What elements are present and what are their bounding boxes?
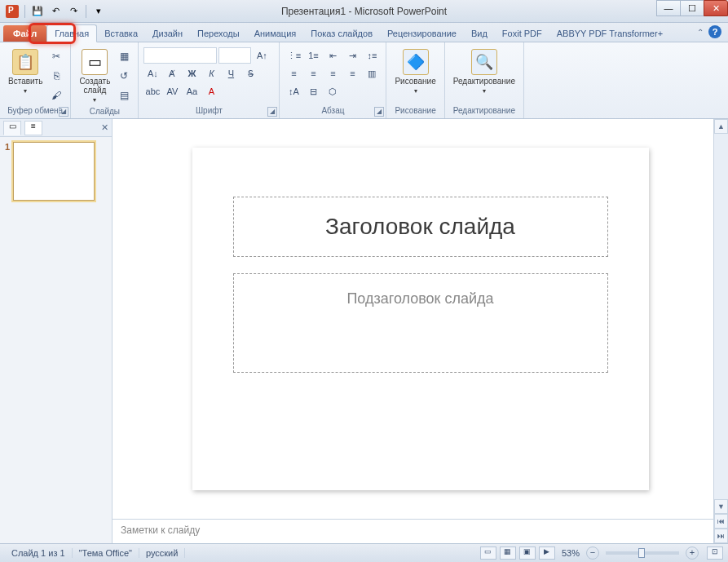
align-center-icon[interactable]: ≡ — [304, 65, 322, 82]
increase-indent-icon[interactable]: ⇥ — [343, 47, 361, 64]
view-normal-icon[interactable]: ▭ — [480, 547, 496, 560]
qat-dropdown-icon[interactable]: ▾ — [91, 4, 106, 19]
decrease-indent-icon[interactable]: ⇤ — [324, 47, 342, 64]
slide-reset-icon[interactable]: ↺ — [115, 67, 133, 85]
zoom-out-icon[interactable]: − — [586, 547, 599, 560]
paste-icon: 📋 — [12, 49, 38, 75]
view-slideshow-icon[interactable]: ▶ — [539, 547, 555, 560]
slide: Заголовок слайда Подзаголовок слайда — [192, 148, 649, 490]
help-icon[interactable]: ? — [708, 25, 721, 38]
tab-transitions[interactable]: Переходы — [190, 25, 247, 42]
tab-review[interactable]: Рецензирование — [380, 25, 464, 42]
bold-icon[interactable]: Ж — [183, 65, 201, 82]
bullets-icon[interactable]: ⋮≡ — [285, 47, 302, 64]
minimize-button[interactable]: — — [656, 0, 681, 16]
slide-layout-icon[interactable]: ▦ — [115, 47, 133, 65]
copy-icon[interactable]: ⎘ — [47, 67, 65, 85]
slide-section-icon[interactable]: ▤ — [115, 86, 133, 104]
tab-insert[interactable]: Вставка — [97, 25, 145, 42]
group-clipboard: 📋 Вставить ▾ ✂ ⎘ 🖌 Буфер обмена ◢ — [0, 42, 71, 118]
drawing-icon: 🔷 — [403, 49, 429, 75]
strikethrough-icon[interactable]: S̶ — [241, 65, 259, 82]
paragraph-dialog-launcher[interactable]: ◢ — [374, 107, 384, 117]
tab-file[interactable]: Файл — [3, 25, 46, 42]
font-color-icon[interactable]: A — [202, 83, 220, 100]
justify-icon[interactable]: ≡ — [343, 65, 361, 82]
tab-slideshow[interactable]: Показ слайдов — [303, 25, 380, 42]
align-left-icon[interactable]: ≡ — [285, 65, 302, 82]
thumbnails: 1 — [0, 137, 112, 543]
drawing-button[interactable]: 🔷 Рисование ▾ — [391, 47, 439, 96]
status-slide-number[interactable]: Слайд 1 из 1 — [5, 548, 73, 558]
shrink-font-icon[interactable]: A↓ — [143, 65, 161, 82]
group-font: A↑ A↓ A̸ Ж К Ч S̶ abc AV Aa A Шрифт ◢ — [139, 42, 280, 118]
pane-close-icon[interactable]: ✕ — [101, 122, 108, 133]
format-painter-icon[interactable]: 🖌 — [47, 86, 65, 104]
zoom-percent[interactable]: 53% — [562, 548, 580, 558]
group-paragraph: ⋮≡ 1≡ ⇤ ⇥ ↕≡ ≡ ≡ ≡ ≡ ▥ ↕A ⊟ ⬡ Абзац ◢ — [280, 42, 386, 118]
find-icon: 🔍 — [471, 49, 497, 75]
undo-icon[interactable]: ↶ — [48, 4, 63, 19]
italic-icon[interactable]: К — [202, 65, 220, 82]
tab-home[interactable]: Главная — [46, 24, 97, 42]
save-icon[interactable]: 💾 — [30, 4, 45, 19]
underline-icon[interactable]: Ч — [222, 65, 240, 82]
title-bar: 💾 ↶ ↷ ▾ Презентация1 - Microsoft PowerPo… — [0, 0, 728, 23]
tab-view[interactable]: Вид — [464, 25, 495, 42]
font-family-combo[interactable] — [143, 47, 217, 64]
fit-window-icon[interactable]: ⊡ — [707, 547, 723, 560]
next-slide-icon[interactable]: ⏭ — [714, 529, 728, 543]
view-reading-icon[interactable]: ▣ — [519, 547, 536, 560]
char-spacing-icon[interactable]: AV — [163, 83, 181, 100]
maximize-button[interactable]: ☐ — [680, 0, 704, 16]
close-button[interactable]: ✕ — [704, 0, 728, 16]
pane-tabs: ▭ ≡ ✕ — [0, 119, 112, 137]
prev-slide-icon[interactable]: ⏮ — [714, 514, 728, 529]
slide-thumbnail[interactable]: 1 — [5, 142, 107, 201]
editing-button[interactable]: 🔍 Редактирование ▾ — [450, 47, 518, 96]
font-size-combo[interactable] — [218, 47, 251, 64]
zoom-slider[interactable] — [606, 551, 679, 555]
notes-pane[interactable]: Заметки к слайду — [113, 519, 728, 543]
align-right-icon[interactable]: ≡ — [324, 65, 342, 82]
title-placeholder[interactable]: Заголовок слайда — [233, 197, 608, 257]
smartart-icon[interactable]: ⬡ — [324, 83, 342, 100]
slide-canvas[interactable]: Заголовок слайда Подзаголовок слайда — [113, 119, 728, 519]
redo-icon[interactable]: ↷ — [66, 4, 81, 19]
scroll-down-icon[interactable]: ▼ — [714, 499, 728, 514]
shadow-icon[interactable]: abc — [143, 83, 161, 100]
slides-pane: ▭ ≡ ✕ 1 — [0, 119, 113, 543]
status-theme[interactable]: "Тема Office" — [73, 548, 139, 558]
ribbon-minimize-icon[interactable]: ⌃ — [697, 28, 704, 37]
text-direction-icon[interactable]: ↕A — [285, 83, 302, 100]
clipboard-dialog-launcher[interactable]: ◢ — [59, 107, 68, 117]
columns-icon[interactable]: ▥ — [363, 65, 381, 82]
pane-tab-outline[interactable]: ≡ — [24, 121, 42, 135]
numbering-icon[interactable]: 1≡ — [304, 47, 322, 64]
tab-foxit[interactable]: Foxit PDF — [495, 25, 549, 42]
font-dialog-launcher[interactable]: ◢ — [267, 107, 277, 117]
status-language[interactable]: русский — [139, 548, 185, 558]
scroll-up-icon[interactable]: ▲ — [714, 119, 728, 134]
tab-animation[interactable]: Анимация — [247, 25, 304, 42]
thumbnail-number: 1 — [5, 142, 10, 201]
view-sorter-icon[interactable]: ▦ — [500, 547, 516, 560]
vertical-scrollbar[interactable]: ▲ ▼ ⏮ ⏭ — [713, 119, 728, 543]
subtitle-placeholder[interactable]: Подзаголовок слайда — [233, 273, 608, 373]
clear-format-icon[interactable]: A̸ — [163, 65, 181, 82]
new-slide-button[interactable]: ▭ Создать слайд ▾ — [76, 47, 113, 105]
grow-font-icon[interactable]: A↑ — [253, 47, 271, 64]
window-controls: — ☐ ✕ — [657, 0, 728, 16]
ribbon-tabs: Файл Главная Вставка Дизайн Переходы Ани… — [0, 23, 728, 42]
align-text-icon[interactable]: ⊟ — [304, 83, 322, 100]
paste-button[interactable]: 📋 Вставить ▾ — [5, 47, 46, 96]
tab-design[interactable]: Дизайн — [145, 25, 190, 42]
app-icon[interactable] — [5, 4, 20, 19]
ribbon: 📋 Вставить ▾ ✂ ⎘ 🖌 Буфер обмена ◢ ▭ Созд… — [0, 42, 728, 119]
line-spacing-icon[interactable]: ↕≡ — [363, 47, 381, 64]
tab-abbyy[interactable]: ABBYY PDF Transformer+ — [549, 25, 670, 42]
pane-tab-slides[interactable]: ▭ — [3, 121, 21, 135]
zoom-in-icon[interactable]: + — [686, 547, 699, 560]
change-case-icon[interactable]: Aa — [183, 83, 201, 100]
cut-icon[interactable]: ✂ — [47, 47, 65, 65]
